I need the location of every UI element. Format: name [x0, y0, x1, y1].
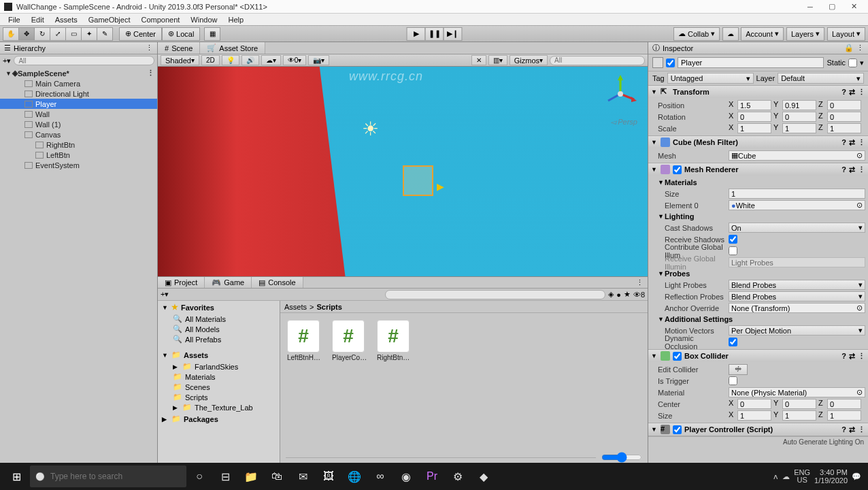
preset-icon[interactable]: ⇄ — [849, 88, 855, 97]
object-picker-icon[interactable]: ⊙ — [856, 304, 863, 312]
meshrenderer-header[interactable]: ▼ Mesh Renderer ?⇄⋮ — [648, 163, 868, 176]
favorites-header[interactable]: ▼★Favorites — [158, 301, 280, 314]
options-icon[interactable]: ⋮ — [858, 88, 865, 97]
explorer-icon[interactable]: 📁 — [238, 463, 264, 490]
browser-icon[interactable]: 🌐 — [341, 463, 367, 490]
gameobject-name-field[interactable] — [678, 57, 824, 68]
object-picker-icon[interactable]: ⊙ — [856, 201, 863, 210]
script-leftbtn[interactable]: # LeftBtnHa... — [287, 320, 322, 361]
lock-icon[interactable]: 🔒 — [844, 44, 854, 52]
perspective-label[interactable]: ◅ Persp — [610, 118, 637, 127]
fold-icon[interactable]: ▼ — [5, 70, 12, 77]
clock[interactable]: 3:40 PM 1/19/2020 — [814, 468, 848, 485]
options-icon[interactable]: ⋮ — [858, 138, 865, 147]
scene-camera-dropdown[interactable]: 📷▾ — [308, 55, 329, 65]
hierarchy-item-rightbtn[interactable]: RightBtn — [0, 140, 157, 150]
task-view-icon[interactable]: ⊟ — [212, 463, 238, 490]
start-button[interactable]: ⊞ — [3, 463, 30, 490]
materials-size[interactable] — [729, 189, 865, 199]
mode-2d-toggle[interactable]: 2D — [201, 55, 220, 65]
transform-header[interactable]: ▼⇱ Transform ?⇄⋮ — [648, 86, 868, 98]
scene-search-input[interactable] — [550, 56, 645, 65]
hidden-packages-icon[interactable]: 👁8 — [633, 291, 645, 299]
gizmos-dropdown[interactable]: Gizmos ▾ — [510, 55, 548, 65]
search-type-icon[interactable]: ◈ — [608, 290, 614, 299]
layout-dropdown[interactable]: Layout▾ — [827, 27, 865, 41]
panel-options-icon[interactable]: ⋮ — [146, 44, 153, 52]
selected-player-cube[interactable] — [403, 165, 433, 196]
size-y[interactable] — [782, 410, 816, 421]
menu-help[interactable]: Help — [222, 14, 249, 25]
menu-gameobject[interactable]: GameObject — [83, 14, 136, 25]
assets-folder[interactable]: ▼📁Assets — [158, 348, 280, 361]
playercontroller-enabled-checkbox[interactable] — [673, 425, 682, 434]
cast-shadows-dropdown[interactable]: On▾ — [729, 223, 865, 233]
game-tab[interactable]: 🎮Game — [205, 277, 252, 288]
account-dropdown[interactable]: Account▾ — [741, 27, 784, 41]
fav-all-models[interactable]: 🔍All Models — [158, 324, 280, 334]
hierarchy-item-wall[interactable]: Wall — [0, 109, 157, 119]
preset-icon[interactable]: ⇄ — [849, 138, 855, 147]
motion-vectors-dropdown[interactable]: Per Object Motion▾ — [729, 325, 865, 336]
scene-extras-dropdown[interactable]: ▥▾ — [488, 55, 507, 65]
rotation-x[interactable] — [737, 112, 771, 122]
center-x[interactable] — [737, 399, 771, 409]
project-search-input[interactable] — [385, 290, 605, 299]
folder-texturelab[interactable]: ▶📁The_Texture_Lab — [158, 402, 280, 412]
physic-material-field[interactable]: None (Physic Material)⊙ — [729, 387, 865, 397]
close-button[interactable]: ✕ — [844, 1, 864, 13]
unity-hub-icon[interactable]: ◆ — [471, 463, 497, 490]
rotation-z[interactable] — [827, 112, 861, 122]
panel-options-icon[interactable]: ⋮ — [632, 277, 648, 288]
chevron-down-icon[interactable]: ▾ — [860, 59, 864, 67]
menu-assets[interactable]: Assets — [50, 14, 83, 25]
material-element0[interactable]: ●White⊙ — [729, 200, 865, 210]
preset-icon[interactable]: ⇄ — [849, 425, 855, 434]
asset-store-tab[interactable]: 🛒Asset Store — [200, 42, 265, 54]
preset-icon[interactable]: ⇄ — [849, 352, 855, 361]
boxcollider-enabled-checkbox[interactable] — [673, 352, 682, 361]
scale-x[interactable] — [737, 123, 771, 133]
hierarchy-item-leftbtn[interactable]: LeftBtn — [0, 150, 157, 160]
store-icon[interactable]: 🛍 — [264, 463, 290, 490]
fav-all-prefabs[interactable]: 🔍All Prefabs — [158, 334, 280, 344]
custom-tool-button[interactable]: ✎ — [97, 27, 113, 41]
materials-section[interactable]: ▼Materials — [651, 177, 865, 188]
help-icon[interactable]: ? — [841, 352, 846, 360]
layers-dropdown[interactable]: Layers▾ — [786, 27, 824, 41]
reflection-probes-dropdown[interactable]: Blend Probes▾ — [729, 291, 865, 301]
pause-button[interactable]: ❚❚ — [425, 27, 444, 41]
scene-options-icon[interactable]: ⋮ — [147, 69, 157, 78]
help-icon[interactable]: ? — [841, 165, 846, 174]
hierarchy-item-directional-light[interactable]: Directional Light — [0, 88, 157, 99]
scene-audio-toggle[interactable]: 🔊 — [241, 55, 259, 65]
photos-icon[interactable]: 🖼 — [316, 463, 341, 490]
size-z[interactable] — [827, 410, 861, 421]
settings-icon[interactable]: ⚙ — [445, 463, 471, 490]
scene-fx-toggle[interactable]: ☁▾ — [261, 55, 281, 65]
folder-materials[interactable]: 📁Materials — [158, 372, 280, 382]
menu-component[interactable]: Component — [135, 14, 185, 25]
layer-dropdown[interactable]: Default▾ — [778, 73, 864, 84]
hierarchy-item-wall--1-[interactable]: Wall (1) — [0, 119, 157, 129]
help-icon[interactable]: ? — [841, 425, 846, 434]
anchor-override-field[interactable]: None (Transform)⊙ — [729, 303, 865, 313]
collab-dropdown[interactable]: ☁Collab▾ — [673, 27, 720, 41]
meshfilter-header[interactable]: ▼ Cube (Mesh Filter) ?⇄⋮ — [648, 136, 868, 148]
scene-light-toggle[interactable]: 💡 — [222, 55, 239, 65]
unreal-icon[interactable]: ◉ — [393, 463, 419, 490]
scale-z[interactable] — [827, 123, 861, 133]
minimize-button[interactable]: ─ — [800, 1, 820, 13]
static-checkbox[interactable] — [848, 59, 857, 67]
premiere-icon[interactable]: Pr — [419, 463, 445, 490]
hierarchy-item-main-camera[interactable]: Main Camera — [0, 78, 157, 88]
step-button[interactable]: ▶❙ — [444, 27, 463, 41]
scene-visibility-toggle[interactable]: 👁0▾ — [283, 55, 307, 65]
hierarchy-tab[interactable]: ☰ Hierarchy ⋮ — [0, 42, 157, 54]
hierarchy-item-eventsystem[interactable]: EventSystem — [0, 160, 157, 170]
breadcrumb-assets[interactable]: Assets — [284, 303, 307, 311]
is-trigger-checkbox[interactable] — [729, 376, 737, 385]
draw-mode-dropdown[interactable]: Shaded ▾ — [161, 55, 199, 65]
menu-window[interactable]: Window — [185, 14, 222, 25]
playercontroller-header[interactable]: ▼# Player Controller (Script) ?⇄⋮ — [648, 423, 868, 436]
